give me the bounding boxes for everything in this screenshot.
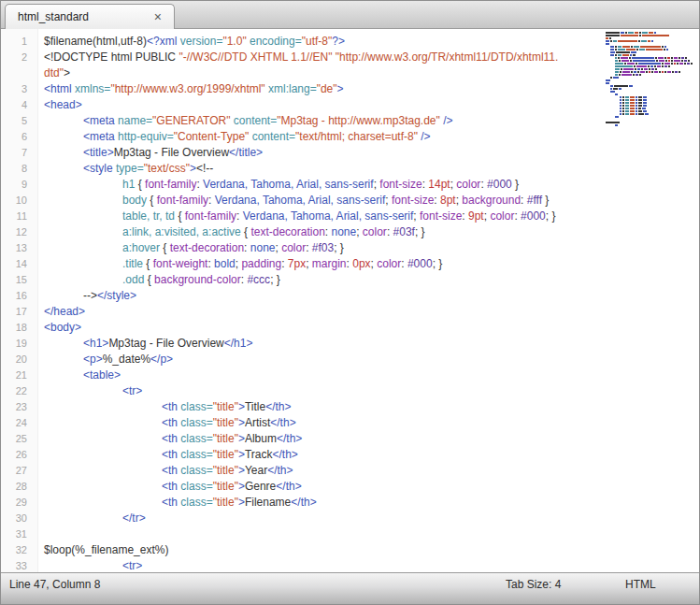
line-number: 13 xyxy=(1,240,37,256)
code-line[interactable]: <title>Mp3tag - File Overview</title> xyxy=(38,145,699,161)
line-number: 33 xyxy=(1,558,37,572)
line-number: 5 xyxy=(1,113,37,129)
line-number: 23 xyxy=(1,399,37,415)
code-line[interactable]: a:hover { text-decoration: none; color: … xyxy=(38,240,699,256)
line-number: 16 xyxy=(1,288,37,304)
code-line[interactable]: <th class="title">Artist</th> xyxy=(38,415,699,431)
status-bar: Line 47, Column 8 Tab Size: 4 HTML xyxy=(1,572,699,604)
line-number xyxy=(1,65,37,81)
code-line[interactable] xyxy=(38,526,699,542)
code-line[interactable]: <body> xyxy=(38,320,699,336)
line-number: 11 xyxy=(1,209,37,224)
line-number: 24 xyxy=(1,415,37,431)
code-line[interactable]: <table> xyxy=(38,367,699,383)
code-line[interactable]: <tr> xyxy=(38,383,699,399)
code-line[interactable]: <h1>Mp3tag - File Overview</h1> xyxy=(38,336,699,352)
line-number: 2 xyxy=(1,50,37,65)
tab-label: html_standard xyxy=(18,10,89,23)
line-number: 19 xyxy=(1,336,37,352)
line-number: 27 xyxy=(1,463,37,479)
line-number: 25 xyxy=(1,431,37,447)
code-line[interactable]: <th class="title">Year</th> xyxy=(38,463,699,479)
code-line[interactable]: <tr> xyxy=(38,558,699,572)
line-number: 30 xyxy=(1,511,37,526)
code-line[interactable]: $filename(html,utf-8)<?xml version="1.0"… xyxy=(38,34,699,50)
code-line[interactable]: <!DOCTYPE html PUBLIC "-//W3C//DTD XHTML… xyxy=(38,50,699,65)
line-number: 22 xyxy=(1,383,37,399)
line-number: 32 xyxy=(1,542,37,558)
editor-window: html_standard × 123456789101112131415161… xyxy=(0,0,700,605)
code-line[interactable]: <th class="title">Album</th> xyxy=(38,431,699,447)
code-line[interactable]: <th class="title">Genre</th> xyxy=(38,479,699,495)
code-line[interactable]: a:link, a:visited, a:active { text-decor… xyxy=(38,224,699,240)
line-number: 7 xyxy=(1,145,37,161)
code-line[interactable]: <html xmlns="http://www.w3.org/1999/xhtm… xyxy=(38,81,699,97)
code-lines[interactable]: $filename(html,utf-8)<?xml version="1.0"… xyxy=(38,29,699,572)
line-number: 3 xyxy=(1,81,37,97)
line-number-gutter: 1234567891011121314151617181920212223242… xyxy=(1,29,38,572)
line-number: 29 xyxy=(1,495,37,511)
line-number: 28 xyxy=(1,479,37,495)
status-syntax-mode[interactable]: HTML xyxy=(625,578,656,591)
line-number: 18 xyxy=(1,320,37,336)
code-line[interactable]: <style type="text/css"><!-- xyxy=(38,161,699,177)
line-number: 31 xyxy=(1,526,37,542)
line-number: 6 xyxy=(1,129,37,145)
tab-html-standard[interactable]: html_standard × xyxy=(5,4,175,29)
code-editor[interactable]: 1234567891011121314151617181920212223242… xyxy=(1,29,699,572)
code-line[interactable]: <th class="title">Title</th> xyxy=(38,399,699,415)
tab-bar: html_standard × xyxy=(1,1,699,29)
code-line[interactable]: <th class="title">Track</th> xyxy=(38,447,699,463)
code-line[interactable]: <meta http-equiv="Content-Type" content=… xyxy=(38,129,699,145)
line-number: 20 xyxy=(1,352,37,367)
code-line[interactable]: table, tr, td { font-family: Verdana, Ta… xyxy=(38,209,699,224)
line-number: 4 xyxy=(1,97,37,113)
status-cursor-position: Line 47, Column 8 xyxy=(9,578,100,591)
line-number: 14 xyxy=(1,256,37,272)
minimap[interactable] xyxy=(606,32,693,127)
code-line[interactable]: dtd"> xyxy=(38,65,699,81)
status-tab-size[interactable]: Tab Size: 4 xyxy=(506,578,561,591)
line-number: 15 xyxy=(1,272,37,288)
code-line[interactable]: <th class="title">Filename</th> xyxy=(38,495,699,511)
line-number: 8 xyxy=(1,161,37,177)
code-line[interactable]: $loop(%_filename_ext%) xyxy=(38,542,699,558)
line-number: 1 xyxy=(1,34,37,50)
code-line[interactable]: --></style> xyxy=(38,288,699,304)
code-line[interactable]: </head> xyxy=(38,304,699,320)
code-line[interactable]: <meta name="GENERATOR" content="Mp3tag -… xyxy=(38,113,699,129)
line-number: 21 xyxy=(1,367,37,383)
code-line[interactable]: .title { font-weight: bold; padding: 7px… xyxy=(38,256,699,272)
code-line[interactable]: h1 { font-family: Verdana, Tahoma, Arial… xyxy=(38,177,699,193)
line-number: 17 xyxy=(1,304,37,320)
code-line[interactable]: .odd { background-color: #ccc; } xyxy=(38,272,699,288)
line-number: 9 xyxy=(1,177,37,193)
tab-close-icon[interactable]: × xyxy=(151,10,164,23)
line-number: 12 xyxy=(1,224,37,240)
line-number: 10 xyxy=(1,193,37,209)
line-number: 26 xyxy=(1,447,37,463)
code-line[interactable]: </tr> xyxy=(38,511,699,526)
code-line[interactable]: body { font-family: Verdana, Tahoma, Ari… xyxy=(38,193,699,209)
code-line[interactable]: <head> xyxy=(38,97,699,113)
code-line[interactable]: <p>%_date%</p> xyxy=(38,352,699,367)
minimap-line xyxy=(606,124,693,127)
